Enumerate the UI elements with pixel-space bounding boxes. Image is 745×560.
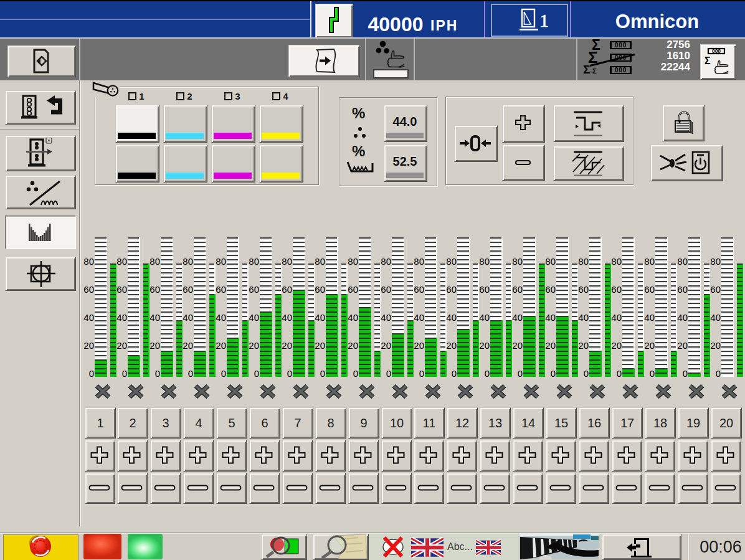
- svg-text:Σ: Σ: [705, 55, 711, 66]
- svg-text:000: 000: [712, 48, 721, 54]
- svg-text:1: 1: [539, 10, 549, 31]
